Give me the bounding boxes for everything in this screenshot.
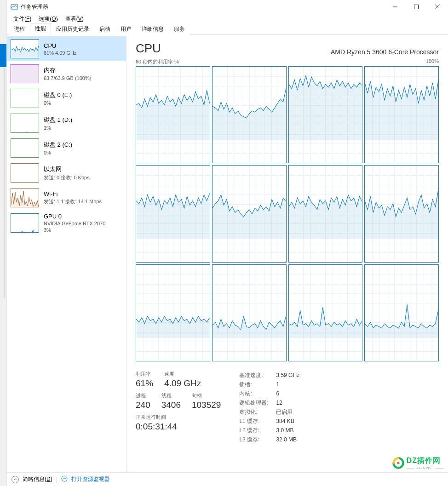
- sidebar-item-7[interactable]: GPU 0NVIDIA GeForce RTX 20703%: [7, 210, 126, 235]
- sidebar-item-sub: 61% 4.09 GHz: [44, 50, 77, 56]
- svg-point-26: [397, 462, 399, 464]
- tab-5[interactable]: 详细信息: [137, 23, 169, 35]
- minimize-button[interactable]: [385, 0, 406, 14]
- sidebar-thumb-icon: [11, 213, 39, 233]
- sidebar-item-0[interactable]: CPU61% 4.09 GHz: [7, 36, 126, 61]
- svg-marker-12: [11, 230, 39, 232]
- watermark-sub: —— DZ-X.NET ——: [407, 466, 443, 470]
- tab-6[interactable]: 服务: [169, 23, 190, 35]
- sidebar-item-sub: 0%: [44, 150, 72, 155]
- info-value: 已启用: [276, 407, 293, 417]
- menu-options[interactable]: 选项(O): [36, 14, 60, 24]
- tab-2[interactable]: 应用历史记录: [51, 23, 94, 35]
- core-grid: [136, 66, 439, 361]
- core-chart-5: [212, 165, 287, 262]
- info-value: 3.0 MB: [276, 426, 293, 435]
- chart-label-right: 100%: [426, 58, 439, 65]
- info-value: 384 KB: [276, 417, 294, 426]
- chevron-up-icon[interactable]: [11, 476, 19, 483]
- fewer-details-link[interactable]: 简略信息(D): [23, 475, 52, 483]
- tab-0[interactable]: 进程: [9, 23, 30, 35]
- sidebar-item-title: CPU: [44, 42, 77, 49]
- info-key: 内核:: [239, 389, 276, 398]
- handles-label: 句柄: [192, 392, 221, 399]
- core-chart-9: [212, 264, 287, 361]
- core-chart-3: [364, 66, 439, 163]
- threads-label: 线程: [161, 392, 181, 399]
- sidebar: CPU61% 4.09 GHz内存63.7/63.9 GB (100%)磁盘 0…: [7, 35, 126, 472]
- window-title: 任务管理器: [21, 3, 385, 11]
- sidebar-item-title: 内存: [44, 66, 91, 74]
- sidebar-item-sub: 1%: [44, 125, 72, 131]
- info-value: 1: [276, 380, 279, 389]
- speed-label: 速度: [164, 371, 201, 377]
- svg-marker-20: [365, 191, 438, 239]
- svg-marker-15: [289, 75, 362, 140]
- info-key: L2 缓存:: [239, 426, 276, 435]
- menu-view[interactable]: 查看(V): [63, 14, 86, 24]
- sidebar-item-2[interactable]: 磁盘 0 (E:)0%: [7, 86, 126, 111]
- info-key: L1 缓存:: [239, 417, 276, 426]
- menu-file[interactable]: 文件(F): [11, 14, 34, 24]
- detail-pane: CPU AMD Ryzen 5 3600 6-Core Processor 60…: [126, 35, 448, 472]
- app-icon: [11, 3, 18, 11]
- resmon-icon: [61, 475, 68, 483]
- sidebar-item-6[interactable]: Wi-Fi发送: 1.1 接收: 14.1 Mbps: [7, 185, 126, 210]
- core-chart-6: [288, 165, 363, 262]
- close-button[interactable]: [427, 0, 448, 14]
- svg-marker-24: [365, 304, 438, 338]
- sidebar-item-1[interactable]: 内存63.7/63.9 GB (100%): [7, 61, 126, 86]
- info-row: L3 缓存:32.0 MB: [239, 435, 299, 444]
- info-row: 逻辑处理器:12: [239, 398, 299, 407]
- watermark-logo-icon: [392, 457, 405, 469]
- uptime-label: 正常运行时间: [136, 414, 221, 421]
- svg-marker-6: [11, 65, 39, 83]
- tabbar: 进程性能应用历史记录启动用户详细信息服务: [7, 24, 448, 35]
- watermark-text: DZ插件网: [407, 456, 443, 466]
- menubar: 文件(F) 选项(O) 查看(V): [7, 14, 448, 24]
- detail-heading: CPU: [136, 41, 161, 56]
- sidebar-thumb-icon: [11, 39, 39, 58]
- resmon-link[interactable]: 打开资源监视器: [71, 475, 110, 483]
- proc-label: 进程: [136, 392, 150, 399]
- svg-rect-2: [414, 5, 419, 9]
- sidebar-thumb-icon: [11, 89, 39, 108]
- sidebar-item-sub: 0%: [44, 100, 72, 106]
- sidebar-item-5[interactable]: 以太网发送: 0 接收: 0 Kbps: [7, 160, 126, 185]
- info-row: 虚拟化:已启用: [239, 407, 299, 417]
- sidebar-item-sub2: 3%: [44, 227, 105, 233]
- core-chart-0: [136, 66, 210, 163]
- info-row: 内核:6: [239, 389, 299, 398]
- info-value: 12: [276, 398, 282, 407]
- info-value: 3.59 GHz: [276, 371, 299, 380]
- sidebar-item-title: Wi-Fi: [44, 190, 102, 197]
- svg-marker-8: [11, 132, 39, 132]
- sidebar-thumb-icon: [11, 163, 39, 183]
- sidebar-item-sub: 发送: 1.1 接收: 14.1 Mbps: [44, 198, 102, 205]
- info-row: L1 缓存:384 KB: [239, 417, 299, 426]
- threads-value: 3406: [161, 400, 181, 410]
- core-chart-11: [364, 264, 439, 361]
- core-chart-7: [364, 165, 439, 262]
- info-key: L3 缓存:: [239, 435, 276, 444]
- uptime-value: 0:05:31:44: [136, 422, 221, 432]
- svg-marker-16: [365, 81, 438, 140]
- sidebar-thumb-icon: [11, 138, 39, 158]
- svg-marker-18: [213, 195, 286, 239]
- tab-4[interactable]: 用户: [115, 23, 137, 35]
- sidebar-item-3[interactable]: 磁盘 1 (D:)1%: [7, 111, 126, 136]
- sidebar-item-4[interactable]: 磁盘 2 (C:)0%: [7, 136, 126, 160]
- titlebar: 任务管理器: [7, 0, 448, 14]
- info-key: 逻辑处理器:: [239, 398, 276, 407]
- tab-3[interactable]: 启动: [94, 23, 115, 35]
- sidebar-item-sub: 63.7/63.9 GB (100%): [44, 75, 91, 81]
- svg-marker-17: [136, 194, 210, 239]
- core-chart-10: [288, 264, 363, 361]
- maximize-button[interactable]: [406, 0, 427, 14]
- footer: 简略信息(D) | 打开资源监视器: [7, 472, 448, 486]
- watermark: DZ插件网 —— DZ-X.NET ——: [392, 456, 443, 470]
- svg-marker-13: [136, 90, 210, 140]
- info-row: 插槽:1: [239, 380, 299, 389]
- sidebar-item-title: 磁盘 0 (E:): [44, 91, 72, 99]
- tab-1[interactable]: 性能: [30, 23, 51, 35]
